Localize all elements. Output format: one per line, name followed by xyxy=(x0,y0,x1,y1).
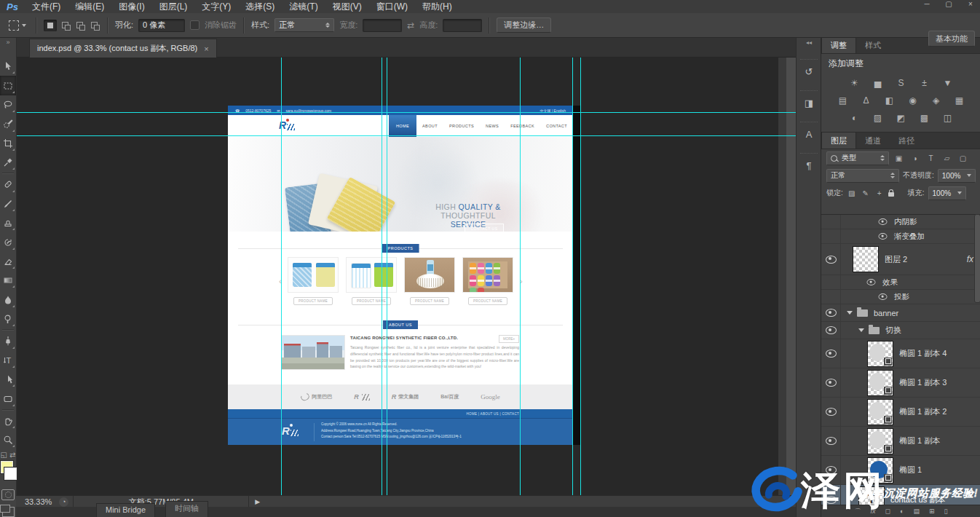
guide[interactable] xyxy=(572,57,573,495)
subtract-selection-button[interactable] xyxy=(73,20,86,31)
posterize-icon[interactable]: ▨ xyxy=(869,111,887,125)
type-tool[interactable]: T xyxy=(0,351,16,370)
new-layer-icon[interactable]: ⊞ xyxy=(929,508,935,515)
history-brush-tool[interactable] xyxy=(0,232,16,251)
status-flyout-icon[interactable]: ▶ xyxy=(255,498,260,505)
guide[interactable] xyxy=(580,57,581,495)
lock-transparency-icon[interactable]: ▨ xyxy=(847,189,857,197)
curves-icon[interactable]: S xyxy=(893,76,910,90)
guide[interactable] xyxy=(382,57,382,495)
blur-tool[interactable] xyxy=(0,290,16,309)
hand-tool[interactable] xyxy=(0,411,16,430)
lasso-tool[interactable] xyxy=(0,95,16,114)
document-tab[interactable]: index.psd @ 33.3% (contact us 副本, RGB/8)… xyxy=(29,39,217,58)
menu-type[interactable]: 文字(Y) xyxy=(194,0,238,13)
lock-paint-icon[interactable]: ✎ xyxy=(861,189,871,197)
visibility-eye-icon[interactable] xyxy=(826,256,837,264)
spot-healing-brush-tool[interactable] xyxy=(0,175,16,194)
filter-type-layers-icon[interactable]: T xyxy=(925,154,937,162)
quick-mask-button[interactable] xyxy=(1,489,15,500)
blend-mode-dropdown[interactable]: 正常 xyxy=(826,169,899,183)
close-button[interactable]: × xyxy=(965,0,976,8)
lock-all-icon[interactable] xyxy=(888,192,894,197)
intersect-selection-button[interactable] xyxy=(87,20,100,31)
group-expand-icon[interactable] xyxy=(847,311,853,315)
screen-mode-button[interactable] xyxy=(2,507,15,517)
zoom-level-field[interactable]: 33.33% xyxy=(16,497,59,506)
dodge-tool[interactable] xyxy=(0,309,16,328)
minimize-button[interactable]: ─ xyxy=(922,0,932,8)
visibility-eye-icon[interactable] xyxy=(879,293,888,300)
exposure-icon[interactable]: ± xyxy=(916,76,933,90)
guide[interactable] xyxy=(520,57,521,495)
gradient-map-icon[interactable]: ▩ xyxy=(916,111,933,125)
pen-tool[interactable] xyxy=(0,331,16,350)
visibility-eye-icon[interactable] xyxy=(826,379,837,387)
visibility-eye-icon[interactable] xyxy=(826,408,837,416)
swap-colors-icon[interactable]: ◱⇄ xyxy=(1,449,16,459)
crop-tool[interactable] xyxy=(0,134,16,153)
group-expand-icon[interactable] xyxy=(858,328,864,332)
menu-help[interactable]: 帮助(H) xyxy=(415,0,459,13)
layer-effect-row[interactable]: 内阴影 xyxy=(821,215,980,229)
workspace-switcher-button[interactable]: 基本功能 xyxy=(928,31,975,47)
tab-styles[interactable]: 样式 xyxy=(856,37,890,53)
paragraph-panel-icon[interactable]: ¶ xyxy=(800,153,818,174)
layer-group-row[interactable]: banner xyxy=(821,304,980,322)
history-panel-icon[interactable]: ↺ xyxy=(800,59,818,80)
delete-layer-icon[interactable]: ▯ xyxy=(944,508,948,515)
swap-dimensions-icon[interactable]: ⇄ xyxy=(407,20,414,31)
fx-badge[interactable]: fx xyxy=(967,254,973,264)
new-group-icon[interactable]: ▤ xyxy=(913,508,920,515)
tab-paths[interactable]: 路径 xyxy=(890,133,923,149)
levels-icon[interactable]: ▅ xyxy=(869,76,887,90)
menu-edit[interactable]: 编辑(E) xyxy=(68,0,111,13)
layers-scrollbar-thumb[interactable] xyxy=(974,214,980,303)
zoom-tool[interactable] xyxy=(0,430,16,449)
tab-mini-bridge[interactable]: Mini Bridge xyxy=(96,503,155,517)
layer-thumbnail[interactable] xyxy=(867,399,893,425)
photo-filter-icon[interactable]: ◉ xyxy=(904,94,922,107)
refine-edge-button[interactable]: 调整边缘… xyxy=(497,17,551,33)
menu-window[interactable]: 窗口(W) xyxy=(369,0,415,13)
guide[interactable] xyxy=(281,57,282,495)
guide[interactable] xyxy=(16,135,796,136)
filter-pixel-layers-icon[interactable]: ▣ xyxy=(893,154,905,162)
vibrance-icon[interactable]: ▼ xyxy=(939,76,957,90)
eraser-tool[interactable] xyxy=(0,252,16,271)
layer-row[interactable]: 椭圆 1 副本 xyxy=(821,427,980,456)
rectangular-marquee-tool[interactable] xyxy=(0,76,16,95)
new-adjustment-layer-icon[interactable]: ◐ xyxy=(900,508,904,515)
height-input[interactable] xyxy=(443,19,482,32)
invert-icon[interactable]: ◐ xyxy=(846,111,864,125)
layer-effect-row[interactable]: 效果 xyxy=(821,275,980,290)
path-selection-tool[interactable] xyxy=(0,370,16,389)
layer-row[interactable]: 椭圆 1 副本 2 xyxy=(821,398,980,427)
layer-thumbnail[interactable] xyxy=(853,246,879,272)
menu-select[interactable]: 选择(S) xyxy=(238,0,282,13)
feather-input[interactable]: 0 像素 xyxy=(138,19,185,32)
close-tab-icon[interactable]: × xyxy=(204,44,208,53)
character-panel-icon[interactable]: A xyxy=(800,122,818,143)
visibility-eye-icon[interactable] xyxy=(879,233,888,240)
tab-layers[interactable]: 图层 xyxy=(821,132,856,149)
shape-tool[interactable] xyxy=(0,389,16,408)
color-balance-icon[interactable]: Δ xyxy=(858,94,875,107)
restore-button[interactable]: ▢ xyxy=(944,0,954,8)
visibility-eye-icon[interactable] xyxy=(867,279,876,285)
guide[interactable] xyxy=(387,57,387,495)
scrollbar-thumb[interactable] xyxy=(786,57,796,495)
new-selection-button[interactable] xyxy=(44,20,57,31)
add-selection-button[interactable] xyxy=(58,20,71,31)
clone-stamp-tool[interactable] xyxy=(0,213,16,232)
color-lookup-icon[interactable]: ▦ xyxy=(951,94,968,107)
visibility-eye-icon[interactable] xyxy=(826,309,837,317)
fill-dropdown[interactable]: 100% xyxy=(928,186,966,200)
style-dropdown[interactable]: 正常 xyxy=(274,18,334,32)
visibility-eye-icon[interactable] xyxy=(826,350,837,358)
layer-effect-row[interactable]: 渐变叠加 xyxy=(821,229,980,244)
menu-file[interactable]: 文件(F) xyxy=(25,0,68,13)
channel-mixer-icon[interactable]: ◈ xyxy=(928,94,945,107)
live-preview-icon[interactable]: ◔ xyxy=(59,497,68,507)
move-tool[interactable] xyxy=(0,57,16,76)
